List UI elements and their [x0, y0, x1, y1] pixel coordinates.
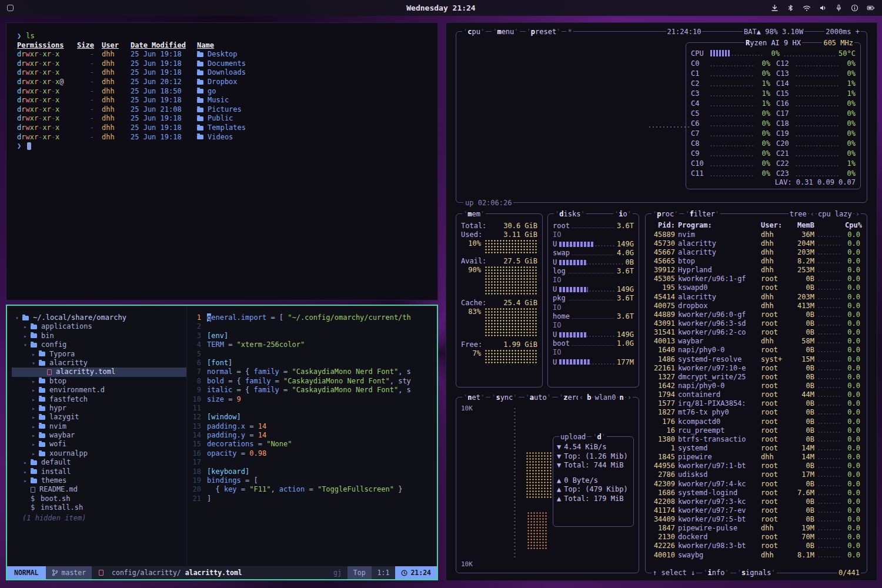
cpu-menu-buttons[interactable]: 'cpu''menu''preset' — [462, 28, 562, 36]
chevron-right-icon[interactable]: ▸ — [24, 467, 31, 476]
tree-item-hypr[interactable]: ▸hypr — [12, 404, 186, 413]
tree-item-wofi[interactable]: ▸wofi — [12, 440, 186, 449]
net-box-label[interactable]: 'net' — [462, 393, 486, 402]
chevron-right-icon[interactable]: ▸ — [32, 422, 39, 431]
prev-iface-key[interactable]: b — [586, 393, 592, 402]
preset-button[interactable]: 'preset' — [526, 28, 562, 36]
chevron-right-icon[interactable]: ▸ — [32, 377, 39, 386]
tree-item-alacritty-toml[interactable]: alacritty.toml — [12, 368, 186, 376]
process-row[interactable]: 2130dockerdroot70M0.0 — [650, 533, 862, 542]
workspace-indicator[interactable] — [7, 5, 14, 11]
process-row[interactable]: 45665btopdhh8.2M0.0 — [650, 256, 862, 265]
process-row[interactable]: 40013waybardhh58M0.0 — [650, 337, 862, 346]
update-interval[interactable]: 2000ms + — [824, 28, 861, 36]
info-button[interactable]: 'info' — [702, 569, 730, 577]
terminal-cursor[interactable] — [27, 142, 31, 150]
process-row[interactable]: 2786udisksdroot17M0.0 — [650, 470, 862, 479]
battery-icon[interactable] — [867, 4, 875, 12]
tree-item-alacritty[interactable]: ▾alacritty — [12, 359, 186, 368]
process-row[interactable]: 22161kworker/u97:10-eroot0B0.0 — [650, 363, 862, 372]
cpu-button[interactable]: 'cpu' — [462, 28, 486, 36]
tree-item-typora[interactable]: ▸Typora — [12, 350, 186, 359]
tree-item-fastfetch[interactable]: ▸fastfetch — [12, 395, 186, 404]
process-row[interactable]: 1systemdroot14M0.0 — [650, 443, 862, 452]
tree-item-xournalpp[interactable]: ▸xournalpp — [12, 449, 186, 458]
tree-item-nvim[interactable]: ▸nvim — [12, 422, 186, 431]
process-row[interactable]: 40075dropboxdhh413M0.0 — [650, 301, 862, 310]
chevron-right-icon[interactable]: ▸ — [32, 413, 39, 422]
process-row[interactable]: 1640napi/phy0-0root0B0.0 — [650, 346, 862, 355]
proc-header-program[interactable]: Program: — [678, 221, 758, 229]
mem-box-label[interactable]: 'mem' — [462, 210, 486, 218]
process-row[interactable]: 45730alacrittydhh204M0.0 — [650, 239, 862, 248]
chevron-right-icon[interactable]: ▸ — [32, 350, 39, 359]
process-row[interactable]: 1847pipewire-pulsedhh19M0.0 — [650, 524, 862, 533]
volume-icon[interactable] — [819, 4, 827, 12]
neovim-window[interactable]: ▾ ~/.local/share/omarchy ▸applications▸b… — [6, 305, 438, 580]
auto-button[interactable]: 'auto' — [524, 393, 552, 402]
tree-item-lazygit[interactable]: ▸lazygit — [12, 413, 186, 422]
tailscale-icon[interactable] — [771, 4, 779, 12]
process-row[interactable]: 44889kworker/u96:0-gfroot0B0.0 — [650, 310, 862, 319]
tree-item-config[interactable]: ▾config — [12, 340, 186, 349]
proc-header-user[interactable]: User: — [761, 221, 787, 229]
tree-item-themes[interactable]: ▸themes — [12, 476, 186, 485]
info-icon[interactable] — [851, 4, 858, 12]
tree-item-bin[interactable]: ▸bin — [12, 332, 186, 340]
process-row[interactable]: 16rcu_preemptroot0B0.0 — [650, 426, 862, 435]
panel-hotkey[interactable]: 'd' — [592, 433, 607, 441]
process-row[interactable]: 45889nvimdhh36M0.0 — [650, 230, 862, 239]
process-row[interactable]: 176kcompactd0root0B0.0 — [650, 417, 862, 426]
process-row[interactable]: 1827mt76-tx phy0root0B0.0 — [650, 408, 862, 417]
prev-iface-arrow[interactable]: ‹ — [578, 393, 584, 402]
microphone-icon[interactable] — [835, 4, 843, 12]
proc-header-pid[interactable]: Pid: — [650, 221, 675, 229]
tree-item-waybar[interactable]: ▸waybar — [12, 431, 186, 440]
next-iface-arrow[interactable]: › — [626, 393, 633, 402]
chevron-right-icon[interactable]: ▸ — [32, 404, 39, 413]
tree-item-readme-md[interactable]: README.md — [12, 485, 186, 494]
chevron-right-icon[interactable]: ▸ — [32, 440, 39, 449]
process-row[interactable]: 45667alacrittydhh203M0.0 — [650, 248, 862, 256]
io-toggle[interactable]: 'io' — [613, 210, 633, 218]
tree-toggle[interactable]: tree — [789, 210, 808, 218]
net-mode-buttons[interactable]: 'sync''auto''zero' — [490, 393, 586, 402]
process-row[interactable]: 42208kworker/u97:3-kcroot0B0.0 — [650, 497, 862, 506]
process-row[interactable]: 45414alacrittydhh203M0.0 — [650, 292, 862, 301]
sort-column[interactable]: cpu lazy — [817, 210, 853, 218]
process-row[interactable]: 42226kworker/u98:3-btroot0B0.0 — [650, 542, 862, 550]
tree-item-environment-d[interactable]: ▸environment.d — [12, 386, 186, 395]
process-row[interactable]: 44956kworker/u97:1-btroot0B0.0 — [650, 462, 862, 470]
signals-button[interactable]: 'signals' — [736, 569, 777, 577]
chevron-right-icon[interactable]: ▸ — [24, 476, 31, 485]
tree-item-default[interactable]: ▸default — [12, 458, 186, 467]
next-iface-key[interactable]: n — [619, 393, 625, 402]
process-row[interactable]: 1794containerdroot44M0.0 — [650, 390, 862, 399]
process-row[interactable]: 1486systemd-resolvesyst+15M0.0 — [650, 355, 862, 363]
git-branch[interactable]: master — [46, 566, 92, 579]
chevron-right-icon[interactable]: ▸ — [32, 449, 39, 458]
process-row[interactable]: 41174kworker/u97:7-evroot0B0.0 — [650, 506, 862, 514]
process-row[interactable]: 1642napi/phy0-0root0B0.0 — [650, 381, 862, 390]
process-row[interactable]: 1327dmcrypt_write/25root0B0.0 — [650, 372, 862, 381]
sort-prev-arrow[interactable]: ‹ — [809, 210, 816, 218]
process-row[interactable]: 39912Hyprlanddhh253M0.0 — [650, 266, 862, 275]
chevron-right-icon[interactable]: ▸ — [32, 395, 39, 404]
process-row[interactable]: 1686systemd-logindroot7.6M0.0 — [650, 488, 862, 497]
tree-item-install[interactable]: ▸install — [12, 467, 186, 476]
tree-item-btop[interactable]: ▸btop — [12, 377, 186, 386]
process-row[interactable]: 42309kworker/u97:4-kcroot0B0.0 — [650, 479, 862, 488]
process-row[interactable]: 45305kworker/u96:1-gfroot0B0.0 — [650, 275, 862, 283]
process-row[interactable]: 1577irq/81-PIXA3854:root0B0.0 — [650, 399, 862, 408]
chevron-right-icon[interactable]: ▸ — [24, 458, 31, 467]
tree-item-boot-sh[interactable]: $boot.sh — [12, 495, 186, 503]
process-row[interactable]: 34409kworker/u97:5-btroot0B0.0 — [650, 515, 862, 524]
btop-window[interactable]: 'cpu''menu''preset' * 21:24:10 BAT▲ 98% … — [446, 22, 877, 581]
chevron-right-icon[interactable]: ▸ — [32, 386, 39, 395]
sort-next-arrow[interactable]: › — [854, 210, 861, 218]
chevron-down-icon[interactable]: ▾ — [32, 359, 39, 368]
process-row[interactable]: 40010swaybgdhh8.1M0.0 — [650, 550, 862, 559]
process-row[interactable]: 43091kworker/u96:3-sdroot0B0.0 — [650, 319, 862, 328]
chevron-right-icon[interactable]: ▸ — [24, 332, 31, 340]
menu-button[interactable]: 'menu' — [492, 28, 519, 36]
